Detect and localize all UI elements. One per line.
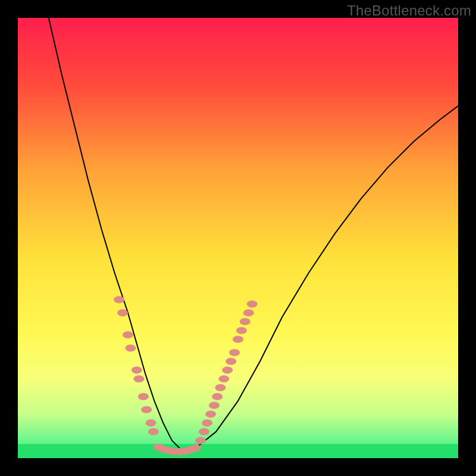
data-point-icon	[222, 367, 233, 374]
data-point-icon	[236, 327, 247, 334]
data-point-icon	[123, 331, 133, 339]
data-point-icon	[138, 393, 149, 400]
data-point-icon	[125, 345, 136, 352]
data-point-icon	[146, 419, 156, 427]
data-point-icon	[190, 444, 201, 452]
data-point-icon	[218, 375, 229, 383]
data-point-icon	[233, 336, 243, 343]
bottom-band	[18, 444, 458, 458]
data-point-icon	[205, 411, 216, 418]
gradient-background	[18, 18, 458, 458]
data-point-icon	[202, 419, 212, 427]
data-point-icon	[229, 349, 240, 356]
data-point-icon	[131, 367, 142, 374]
data-point-icon	[240, 318, 250, 325]
data-point-icon	[215, 384, 226, 392]
data-point-icon	[134, 375, 145, 383]
plot-area	[18, 18, 458, 458]
data-point-icon	[226, 358, 236, 365]
data-point-icon	[195, 437, 206, 444]
data-point-icon	[247, 300, 258, 308]
watermark-text: TheBottleneck.com	[347, 2, 471, 19]
data-point-icon	[209, 402, 220, 409]
chart-container: TheBottleneck.com	[0, 0, 476, 476]
data-point-icon	[199, 428, 209, 436]
data-point-icon	[114, 296, 124, 303]
data-point-icon	[243, 309, 254, 317]
chart-svg	[18, 18, 458, 458]
data-point-icon	[141, 406, 152, 414]
data-point-icon	[148, 428, 159, 436]
data-point-icon	[117, 309, 128, 317]
data-point-icon	[212, 393, 223, 400]
